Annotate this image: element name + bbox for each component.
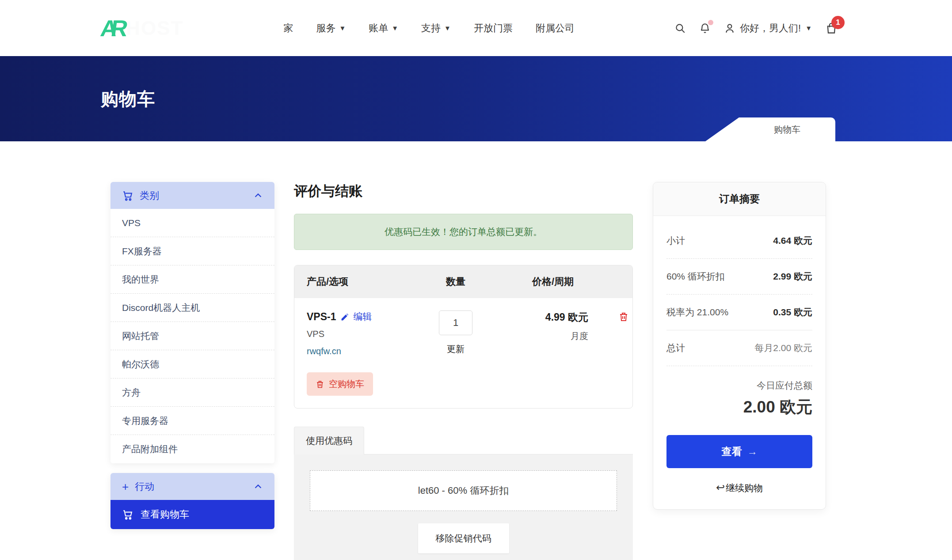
- sidebar-item-vps[interactable]: VPS: [110, 209, 274, 237]
- due-today-block: 今日应付总额 2.00 欧元: [666, 379, 812, 418]
- product-cell: VPS-1 编辑 VPS rwqfw.cn: [294, 298, 411, 361]
- sidebar-item-web-hosting[interactable]: 网站托管: [110, 322, 274, 350]
- due-today-amount: 2.00 欧元: [666, 396, 812, 418]
- product-domain-link[interactable]: rwqfw.cn: [307, 346, 399, 356]
- actions-header[interactable]: + 行动: [110, 473, 274, 500]
- categories-header[interactable]: 类别: [110, 182, 274, 209]
- notification-dot-badge: [708, 20, 713, 25]
- quantity-cell: 更新: [411, 298, 500, 361]
- cart-icon: [122, 190, 133, 201]
- nav-affiliates[interactable]: 附属公司: [536, 22, 575, 35]
- user-icon: [724, 23, 735, 34]
- top-navigation-bar: AR HOST 家 服务 ▼ 账单 ▼ 支持 ▼ 开放门票 附属公司: [0, 0, 952, 56]
- header-actions: 你好，男人们! ▼ 1: [674, 22, 838, 35]
- chevron-down-icon: ▼: [392, 25, 398, 31]
- summary-row-subtotal: 小计 4.64 欧元: [666, 223, 812, 259]
- section-title: 评价与结账: [294, 182, 633, 201]
- chevron-up-icon: [253, 191, 263, 201]
- remove-item-button[interactable]: [606, 298, 632, 361]
- nav-billing[interactable]: 账单 ▼: [369, 22, 398, 35]
- order-summary-card: 订单摘要 小计 4.64 欧元 60% 循环折扣 2.99 欧元 税率为 21.…: [653, 182, 826, 510]
- coupon-tab[interactable]: 使用优惠码: [294, 427, 364, 454]
- sidebar-item-minecraft[interactable]: 我的世界: [110, 265, 274, 294]
- quantity-input[interactable]: [439, 310, 472, 335]
- sidebar-item-product-addons[interactable]: 产品附加组件: [110, 435, 274, 463]
- column-quantity: 数量: [411, 265, 500, 298]
- chevron-down-icon: ▼: [339, 25, 346, 31]
- trash-icon: [618, 311, 620, 322]
- nav-support[interactable]: 支持 ▼: [421, 22, 451, 35]
- cart-main: 评价与结账 优惠码已生效！您的订单总额已更新。 产品/选项 数量 价格/周期 V…: [294, 182, 633, 560]
- summary-row-discount: 60% 循环折扣 2.99 欧元: [666, 259, 812, 295]
- pencil-icon: [340, 312, 350, 322]
- applied-coupon-code: let60 - 60% 循环折扣: [310, 470, 617, 511]
- cart-items-table: 产品/选项 数量 价格/周期 VPS-1: [294, 265, 633, 409]
- trash-icon: [316, 380, 324, 389]
- chevron-down-icon: ▼: [805, 25, 812, 31]
- edit-product-link[interactable]: 编辑: [340, 310, 372, 323]
- sidebar-item-dedicated-servers[interactable]: 专用服务器: [110, 407, 274, 435]
- promo-success-alert: 优惠码已生效！您的订单总额已更新。: [294, 214, 633, 250]
- empty-cart-button[interactable]: 空购物车: [307, 372, 373, 396]
- cart-count-badge: 1: [831, 16, 845, 29]
- breadcrumb-current: 购物车: [774, 124, 800, 136]
- due-today-label: 今日应付总额: [666, 379, 812, 392]
- page-hero-banner: 购物车 购物车: [0, 56, 952, 141]
- nav-home[interactable]: 家: [283, 22, 293, 35]
- update-quantity-link[interactable]: 更新: [424, 343, 487, 355]
- sidebar-item-palworld[interactable]: 帕尔沃德: [110, 350, 274, 378]
- account-menu[interactable]: 你好，男人们! ▼: [724, 22, 812, 35]
- cart-table-header-row: 产品/选项 数量 价格/周期: [294, 265, 632, 298]
- nav-open-tickets[interactable]: 开放门票: [474, 22, 513, 35]
- item-price: 4.99 欧元: [512, 310, 588, 324]
- cart-icon: [122, 509, 133, 520]
- actions-title: 行动: [135, 480, 154, 493]
- content-area: 类别 VPS FX服务器 我的世界 Discord机器人主机 网站托管 帕尔沃德…: [0, 141, 952, 560]
- coupon-panel: let60 - 60% 循环折扣 移除促销代码: [294, 454, 633, 560]
- product-name: VPS-1: [307, 311, 336, 323]
- column-price-cycle: 价格/周期: [500, 265, 606, 298]
- column-product-options: 产品/选项: [294, 265, 411, 298]
- chevron-down-icon: ▼: [444, 25, 451, 31]
- categories-panel: 类别 VPS FX服务器 我的世界 Discord机器人主机 网站托管 帕尔沃德…: [110, 182, 274, 463]
- chevron-up-icon: [253, 482, 263, 492]
- sidebar: 类别 VPS FX服务器 我的世界 Discord机器人主机 网站托管 帕尔沃德…: [110, 182, 274, 529]
- logo-wordmark: HOST: [126, 17, 183, 39]
- sidebar-item-ark[interactable]: 方舟: [110, 378, 274, 407]
- coupon-section: 使用优惠码 let60 - 60% 循环折扣 移除促销代码: [294, 426, 633, 560]
- price-cell: 4.99 欧元 月度: [500, 298, 606, 361]
- checkout-button[interactable]: 查看 →: [666, 435, 812, 468]
- product-type: VPS: [307, 329, 399, 339]
- billing-cycle: 月度: [512, 330, 588, 342]
- breadcrumb: 购物车: [739, 117, 835, 141]
- view-cart-label: 查看购物车: [141, 508, 189, 521]
- back-arrow-icon: ↩: [716, 481, 725, 493]
- greeting-text: 你好，男人们!: [740, 22, 801, 35]
- logo-monogram: AR: [99, 17, 123, 40]
- categories-title: 类别: [140, 189, 159, 202]
- order-summary-body: 小计 4.64 欧元 60% 循环折扣 2.99 欧元 税率为 21.00% 0…: [653, 216, 826, 509]
- plus-icon: +: [122, 481, 129, 492]
- summary-row-tax: 税率为 21.00% 0.35 欧元: [666, 295, 812, 330]
- site-logo[interactable]: AR HOST: [101, 17, 183, 40]
- nav-services[interactable]: 服务 ▼: [316, 22, 346, 35]
- arrow-right-icon: →: [747, 446, 758, 458]
- notifications-bell-icon[interactable]: [699, 23, 711, 34]
- order-summary-title: 订单摘要: [653, 182, 826, 216]
- remove-promo-button[interactable]: 移除促销代码: [418, 523, 509, 553]
- sidebar-item-fx-servers[interactable]: FX服务器: [110, 237, 274, 265]
- cart-bag-icon[interactable]: 1: [825, 22, 838, 34]
- main-nav: 家 服务 ▼ 账单 ▼ 支持 ▼ 开放门票 附属公司: [283, 22, 575, 35]
- sidebar-item-discord-bot-hosting[interactable]: Discord机器人主机: [110, 294, 274, 322]
- page-title: 购物车: [101, 87, 155, 111]
- actions-panel: + 行动 查看购物车: [110, 473, 274, 529]
- cart-item-row: VPS-1 编辑 VPS rwqfw.cn: [294, 298, 632, 361]
- continue-shopping-link[interactable]: ↩继续购物: [666, 481, 812, 494]
- search-icon[interactable]: [674, 23, 686, 34]
- sidebar-item-view-cart[interactable]: 查看购物车: [110, 500, 274, 529]
- summary-row-total: 总计 每月2.00 欧元: [666, 330, 812, 366]
